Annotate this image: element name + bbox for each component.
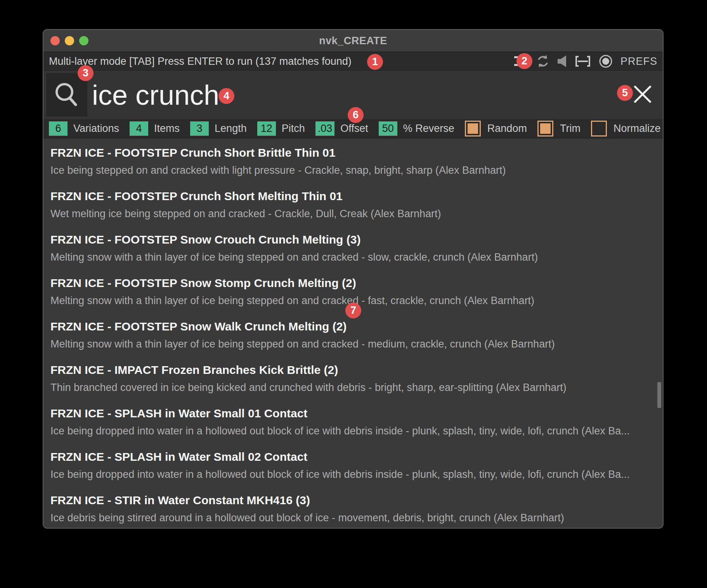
status-message: Multi-layer mode [TAB] Press ENTER to ru… [49,55,352,67]
result-title: FRZN ICE - IMPACT Frozen Branches Kick B… [50,361,663,379]
result-description: Wet melting ice being stepped on and cra… [50,205,663,222]
annotation-badge-2: 2 [516,53,532,69]
status-bar: Multi-layer mode [TAB] Press ENTER to ru… [43,52,663,71]
offset-value[interactable]: .03 [315,121,335,136]
reverse-label: % Reverse [403,123,454,135]
result-row[interactable]: FRZN ICE - FOOTSTEP Crunch Short Brittle… [50,142,663,185]
annotation-badge-4: 4 [218,88,234,104]
reverse-value[interactable]: 50 [379,121,397,136]
items-label: Items [154,123,180,135]
result-title: FRZN ICE - FOOTSTEP Snow Crouch Crunch M… [50,231,663,249]
annotation-badge-5: 5 [617,85,633,101]
result-row[interactable]: FRZN ICE - IMPACT Frozen Branches Kick B… [50,359,663,402]
prefs-button[interactable]: PREFS [620,55,657,67]
length-value[interactable]: 3 [190,121,209,136]
result-row[interactable]: FRZN ICE - FOOTSTEP Snow Walk Crunch Mel… [50,315,663,359]
close-window-button[interactable] [50,36,60,45]
normalize-label: Normalize [613,123,661,135]
result-description: Ice debris being stirred around in a hol… [50,509,663,526]
annotation-badge-3: 3 [78,65,94,81]
search-icon [52,81,81,109]
trim-checkbox[interactable] [537,121,553,137]
normalize-checkbox[interactable] [591,121,607,137]
result-description: Melting snow with a thin layer of ice be… [50,249,663,266]
toggle-random: Random [465,121,527,137]
result-title: FRZN ICE - FOOTSTEP Snow Stomp Crunch Me… [50,274,663,292]
trim-label: Trim [560,123,581,135]
scrollbar-thumb[interactable] [657,382,661,408]
variations-label: Variations [73,123,119,135]
result-title: FRZN ICE - STIR in Water Constant MKH416… [50,491,663,509]
minimize-window-button[interactable] [65,36,74,45]
result-title: FRZN ICE - FOOTSTEP Snow Walk Crunch Mel… [50,318,663,336]
random-label: Random [487,123,527,135]
offset-label: Offset [340,123,368,135]
param-items: 4 Items [130,121,180,136]
result-row[interactable]: FRZN ICE - FOOTSTEP Crunch Short Melting… [50,185,663,228]
result-description: Melting snow with a thin layer of ice be… [50,336,663,353]
result-row[interactable]: FRZN ICE - FOOTSTEP Snow Crouch Crunch M… [50,228,663,272]
search-input[interactable]: ice crunch [92,81,219,109]
param-offset: .03 Offset [315,121,368,136]
result-row[interactable]: FRZN ICE - STIR in Water Constant MKH416… [50,489,663,528]
result-row[interactable]: FRZN ICE - SPLASH in Water Small 02 Cont… [50,446,663,489]
desktop-background: nvk_CREATE Multi-layer mode [TAB] Press … [0,0,707,588]
app-window: nvk_CREATE Multi-layer mode [TAB] Press … [43,29,664,529]
refresh-icon[interactable] [536,54,550,68]
param-length: 3 Length [190,121,247,136]
pitch-label: Pitch [282,123,305,135]
result-description: Ice being dropped into water in a hollow… [50,422,663,439]
toggle-trim: Trim [537,121,581,137]
toggle-normalize: Normalize [591,121,661,137]
mute-speaker-icon[interactable] [558,55,567,67]
clear-search-icon[interactable] [633,85,652,105]
window-title: nvk_CREATE [319,35,387,47]
param-reverse: 50 % Reverse [379,121,454,136]
traffic-lights [50,30,88,52]
result-title: FRZN ICE - FOOTSTEP Crunch Short Brittle… [50,144,663,162]
result-title: FRZN ICE - SPLASH in Water Small 02 Cont… [50,448,663,466]
items-value[interactable]: 4 [130,121,148,136]
param-variations: 6 Variations [49,121,119,136]
random-checkbox[interactable] [465,121,481,137]
results-list: FRZN ICE - FOOTSTEP Crunch Short Brittle… [43,138,663,528]
result-description: Thin branched covered in ice being kicke… [50,379,663,396]
status-toolbar: PREFS [514,54,657,68]
variations-value[interactable]: 6 [49,121,68,136]
trim-region-icon[interactable] [575,56,591,67]
title-bar[interactable]: nvk_CREATE [43,30,663,52]
result-title: FRZN ICE - FOOTSTEP Crunch Short Melting… [50,187,663,205]
annotation-badge-7: 7 [345,303,361,318]
length-label: Length [215,123,247,135]
annotation-badge-1: 1 [367,54,383,70]
pitch-value[interactable]: 12 [257,121,276,136]
result-description: Ice being dropped into water in a hollow… [50,466,663,483]
result-row[interactable]: FRZN ICE - SPLASH in Water Small 01 Cont… [50,402,663,446]
annotation-badge-6: 6 [348,107,364,123]
zoom-window-button[interactable] [79,36,88,45]
param-pitch: 12 Pitch [257,121,305,136]
result-title: FRZN ICE - SPLASH in Water Small 01 Cont… [50,405,663,422]
record-circle-icon[interactable] [599,54,613,68]
result-description: Ice being stepped on and cracked with li… [50,162,663,179]
